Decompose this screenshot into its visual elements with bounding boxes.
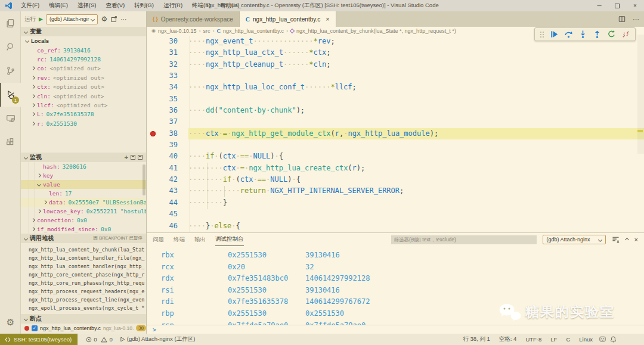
step-over-button[interactable]	[564, 30, 573, 39]
breakpoint-margin[interactable]	[147, 105, 159, 116]
twistie-icon[interactable]	[31, 122, 35, 126]
debug-console-input[interactable]: >	[147, 325, 644, 334]
restart-button[interactable]	[607, 30, 616, 39]
breakpoint-margin[interactable]	[147, 47, 159, 58]
variable-row[interactable]: cln:<optimized out>	[21, 91, 146, 100]
twistie-icon[interactable]	[37, 182, 41, 187]
code-line[interactable]: 37	[147, 116, 644, 128]
debug-session-dropdown[interactable]: (gdb) Attach-nginx	[543, 235, 606, 244]
watch-row[interactable]: key	[21, 171, 146, 180]
menu-item[interactable]: 选择(S)	[73, 1, 101, 11]
tab-contentby-c[interactable]: C ngx_http_lua_contentby.c ×	[240, 11, 336, 27]
stack-frame[interactable]: ngx_epoll_process_events(ngx_cycle_t *	[21, 304, 146, 312]
scrollbar-track[interactable]	[637, 35, 644, 154]
watch-row[interactable]: data:0x25550e7 "ULBSessionBacke…	[21, 198, 146, 207]
watch-row[interactable]: len:17	[21, 189, 146, 198]
status-item[interactable]: UTF-8	[523, 336, 544, 343]
code-line[interactable]: 36····dd("content·by·chunk");	[147, 105, 644, 116]
code-line[interactable]: 31····ngx_http_lua_ctx_t······*ctx;	[147, 47, 644, 58]
debug-console-icon[interactable]	[110, 15, 117, 23]
add-expression-button[interactable]: +	[125, 154, 128, 161]
twistie-icon[interactable]	[31, 94, 35, 98]
breakpoint-checkbox[interactable]: ✓	[32, 325, 38, 331]
breakpoint-margin[interactable]	[147, 185, 159, 197]
status-item[interactable]: Linux	[577, 336, 595, 343]
panel-tab-问题[interactable]: 问题	[153, 233, 164, 246]
breakpoint-margin[interactable]	[147, 163, 159, 174]
step-into-button[interactable]	[578, 30, 587, 39]
minimize-button[interactable]: ─	[590, 0, 608, 11]
status-item[interactable]: C	[564, 336, 572, 343]
code-line[interactable]: 46····}·else·{	[147, 220, 644, 232]
watch-row[interactable]: lowcase_key:0x2552211 "hostulbse…	[21, 207, 146, 216]
stack-frame[interactable]: ngx_http_core_run_phases(ngx_http_requ	[21, 279, 146, 287]
code-line[interactable]: 45	[147, 209, 644, 220]
menu-item[interactable]: 查看(V)	[101, 1, 129, 11]
breakpoint-margin[interactable]	[147, 197, 159, 209]
variable-row[interactable]: L:0x7fe351635378	[21, 110, 146, 119]
debug-config-dropdown[interactable]: (gdb) Attach-ngir	[46, 14, 98, 24]
code-line[interactable]: 42········if·(ctx·==·NULL)·{	[147, 174, 644, 185]
twistie-icon[interactable]	[31, 66, 35, 70]
stack-frame[interactable]: ngx_http_core_content_phase(ngx_http_r	[21, 271, 146, 279]
twistie-icon[interactable]	[31, 85, 35, 89]
breakpoint-icon[interactable]	[150, 131, 156, 136]
watch-row[interactable]: value	[21, 180, 146, 189]
split-editor-icon[interactable]	[618, 15, 626, 23]
watch-row[interactable]: if_modified_since:0x0	[21, 225, 146, 234]
twistie-icon[interactable]	[31, 76, 35, 80]
breadcrumb-item[interactable]: ngx_http_lua_content_by_chunk(lua_State …	[296, 28, 456, 34]
breakpoint-margin[interactable]	[147, 59, 159, 70]
menu-item[interactable]: 运行(R)	[159, 1, 187, 11]
variable-row[interactable]: rev:<optimized out>	[21, 73, 146, 82]
code-line[interactable]: 33	[147, 70, 644, 82]
variable-row[interactable]: co_ref:39130416	[21, 45, 146, 54]
call-stack-section-header[interactable]: 调用堆栈 因 BREAKPOINT 已暂停	[21, 234, 146, 243]
disconnect-button[interactable]	[621, 30, 630, 39]
breakpoint-margin[interactable]	[147, 82, 159, 93]
variables-scope-row[interactable]: Locals	[21, 36, 146, 45]
status-item[interactable]: 行 38, 列 1	[460, 335, 492, 343]
variable-row[interactable]: co:<optimized out>	[21, 64, 146, 73]
editor-more-actions-icon[interactable]: ···	[633, 15, 639, 23]
feedback-icon[interactable]	[599, 336, 606, 343]
watch-row[interactable]: hash:3208616	[21, 162, 146, 171]
variable-row[interactable]: llcf:<optimized out>	[21, 101, 146, 110]
console-filter-input[interactable]	[391, 235, 537, 244]
code-line[interactable]: 44········}	[147, 197, 644, 209]
more-actions-icon[interactable]: ···	[120, 16, 126, 23]
collapse-all-button[interactable]	[131, 155, 135, 160]
breakpoints-section-header[interactable]: 断点	[21, 314, 146, 324]
clear-console-icon[interactable]	[612, 236, 620, 243]
status-item[interactable]: 空格: 4	[497, 335, 519, 343]
debug-session-status[interactable]: (gdb) Attach-nginx (工作区)	[116, 335, 199, 343]
settings-gear-icon[interactable]: ⚙	[0, 317, 21, 328]
breakpoint-margin[interactable]	[147, 128, 159, 139]
breakpoint-margin[interactable]	[147, 70, 159, 82]
breakpoint-margin[interactable]	[147, 36, 159, 47]
panel-tab-调试控制台[interactable]: 调试控制台	[215, 233, 244, 246]
close-panel-button[interactable]	[138, 155, 143, 160]
drag-handle[interactable]	[540, 30, 544, 39]
watch-row[interactable]: connection:0x0	[21, 216, 146, 225]
menu-item[interactable]: 转到(G)	[130, 1, 158, 11]
stack-frame[interactable]: ngx_http_process_request_line(ngx_even	[21, 296, 146, 304]
close-button[interactable]: ×	[626, 0, 644, 11]
code-line[interactable]: 35	[147, 94, 644, 105]
source-control-icon[interactable]	[0, 59, 21, 83]
breadcrumb-item[interactable]: src	[203, 28, 210, 34]
step-out-button[interactable]	[593, 30, 602, 39]
extensions-icon[interactable]	[0, 130, 21, 154]
breakpoint-margin[interactable]	[147, 139, 159, 151]
twistie-icon[interactable]	[25, 39, 29, 43]
breadcrumb-item[interactable]: ngx_http_lua_contentby.c	[223, 28, 284, 34]
search-icon[interactable]	[0, 35, 21, 59]
panel-tab-终端[interactable]: 终端	[174, 233, 185, 246]
twistie-icon[interactable]	[37, 209, 41, 213]
code-line[interactable]: 43············return·NGX_HTTP_INTERNAL_S…	[147, 185, 644, 197]
code-line[interactable]: 41········ctx·=·ngx_http_lua_create_ctx(…	[147, 163, 644, 174]
menu-item[interactable]: 编辑(E)	[45, 1, 72, 11]
notifications-bell-icon[interactable]	[610, 336, 617, 343]
stack-frame[interactable]: ngx_http_lua_content_handler(ngx_http_	[21, 262, 146, 271]
watch-section-header[interactable]: 监视 +	[21, 153, 146, 162]
